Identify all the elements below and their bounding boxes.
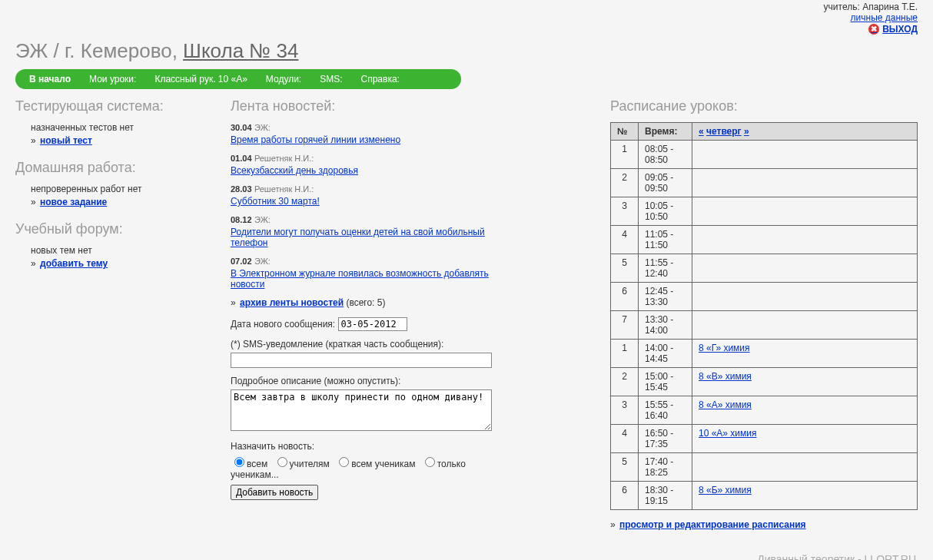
news-archive-link[interactable]: архив ленты новостей: [240, 297, 344, 308]
news-link[interactable]: В Электронном журнале появилась возможно…: [231, 268, 507, 290]
edit-schedule-link[interactable]: просмотр и редактирование расписания: [619, 519, 806, 530]
day-name-link[interactable]: четверг: [706, 126, 742, 137]
raquo-icon: »: [231, 297, 237, 308]
news-source: ЭЖ:: [254, 123, 271, 132]
cell-num: 3: [611, 197, 639, 226]
cell-num: 4: [611, 425, 639, 453]
col-time: Время:: [639, 123, 692, 141]
nav-lessons[interactable]: Мои уроки:: [89, 74, 136, 84]
logout-icon: ✖: [868, 24, 879, 35]
news-source: Решетняк Н.И.:: [254, 154, 314, 163]
col-num: №: [611, 123, 639, 141]
news-item: 07.02 ЭЖ:В Электронном журнале появилась…: [231, 256, 507, 290]
cell-num: 6: [611, 283, 639, 311]
schedule-row: 411:05 -11:50: [611, 226, 918, 254]
detail-textarea[interactable]: Всем завтра в школу принести по одном ди…: [231, 389, 492, 431]
news-date-input[interactable]: [338, 317, 407, 331]
cell-subject: [692, 283, 918, 311]
next-day-link[interactable]: »: [744, 126, 749, 137]
no-topics-text: новых тем нет: [31, 245, 208, 256]
page-title: ЭЖ / г. Кемерово, Школа № 34: [15, 39, 933, 63]
no-homework-text: непроверенных работ нет: [31, 184, 208, 194]
cell-num: 1: [611, 340, 639, 368]
nav-sms[interactable]: SMS:: [320, 74, 342, 84]
nav-home[interactable]: В начало: [29, 74, 71, 84]
cell-subject: [692, 226, 918, 254]
homework-title: Домашняя работа:: [15, 160, 208, 176]
assign-label: Назначить новость:: [231, 441, 507, 452]
personal-data-link[interactable]: личные данные: [851, 12, 918, 23]
teacher-name: Апарина Т.Е.: [862, 2, 918, 12]
subject-link[interactable]: 8 «А» химия: [699, 399, 752, 410]
radio-pupils[interactable]: [339, 457, 349, 467]
schedule-row: 612:45 -13:30: [611, 283, 918, 311]
news-archive-count: (всего: 5): [346, 297, 385, 308]
subject-link[interactable]: 8 «Г» химия: [699, 343, 750, 353]
schedule-row: 215:00 -15:458 «В» химия: [611, 368, 918, 396]
schedule-row: 517:40 -18:25: [611, 453, 918, 482]
raquo-icon: »: [31, 135, 38, 146]
nav-modules[interactable]: Модули:: [266, 74, 301, 84]
radio-pupils-label: всем ученикам: [351, 459, 415, 469]
cell-num: 3: [611, 396, 639, 425]
cell-num: 7: [611, 311, 639, 340]
news-link[interactable]: Субботник 30 марта!: [231, 196, 507, 207]
cell-time: 13:30 -14:00: [639, 311, 692, 340]
add-topic-link[interactable]: добавить тему: [40, 258, 108, 269]
schedule-row: 310:05 -10:50: [611, 197, 918, 226]
schedule-title: Расписание уроков:: [610, 98, 918, 114]
new-homework-link[interactable]: новое задание: [40, 197, 107, 207]
nav-class[interactable]: Классный рук. 10 «А»: [154, 74, 247, 84]
cell-num: 5: [611, 453, 639, 482]
no-tests-text: назначенных тестов нет: [31, 122, 208, 133]
nav-help[interactable]: Справка:: [361, 74, 400, 84]
news-link[interactable]: Всекузбасский день здоровья: [231, 165, 507, 176]
cell-num: 2: [611, 169, 639, 197]
new-test-link[interactable]: новый тест: [40, 135, 92, 146]
radio-all[interactable]: [234, 457, 244, 467]
add-news-button[interactable]: Добавить новость: [231, 485, 318, 500]
news-source: ЭЖ:: [254, 215, 271, 224]
news-date: 01.04: [231, 154, 252, 163]
cell-time: 11:05 -11:50: [639, 226, 692, 254]
footer-text: Диванный теоретик - LLORT.RU: [0, 539, 933, 560]
news-title: Лента новостей:: [231, 98, 507, 114]
radio-pupils-only[interactable]: [425, 457, 435, 467]
raquo-icon: »: [610, 519, 617, 530]
sms-label: (*) SMS-уведомление (краткая часть сообщ…: [231, 339, 507, 350]
main-nav: В начало Мои уроки: Классный рук. 10 «А»…: [15, 69, 461, 89]
cell-time: 17:40 -18:25: [639, 453, 692, 482]
cell-subject: [692, 453, 918, 482]
news-date: 30.04: [231, 123, 252, 132]
school-link[interactable]: Школа № 34: [183, 39, 298, 62]
cell-subject: [692, 141, 918, 169]
logout-link[interactable]: ✖ ВЫХОД: [868, 24, 918, 35]
radio-all-label: всем: [247, 459, 267, 469]
schedule-row: 511:55 -12:40: [611, 254, 918, 283]
detail-label: Подробное описание (можно опустить):: [231, 376, 507, 386]
cell-time: 08:05 -08:50: [639, 141, 692, 169]
sms-input[interactable]: [231, 353, 492, 368]
news-item: 08.12 ЭЖ:Родители могут получать оценки …: [231, 214, 507, 248]
cell-num: 4: [611, 226, 639, 254]
cell-time: 15:55 -16:40: [639, 396, 692, 425]
news-source: Решетняк Н.И.:: [254, 184, 314, 194]
schedule-row: 618:30 -19:158 «Б» химия: [611, 482, 918, 510]
cell-subject: [692, 311, 918, 340]
news-date: 28.03: [231, 184, 252, 194]
subject-link[interactable]: 10 «А» химия: [699, 428, 757, 439]
radio-teachers-label: учителям: [290, 459, 330, 469]
news-link[interactable]: Время работы горячей линии изменено: [231, 134, 507, 145]
subject-link[interactable]: 8 «Б» химия: [699, 485, 752, 495]
cell-num: 6: [611, 482, 639, 510]
news-link[interactable]: Родители могут получать оценки детей на …: [231, 227, 507, 248]
subject-link[interactable]: 8 «В» химия: [699, 371, 752, 382]
radio-teachers[interactable]: [277, 457, 287, 467]
news-item: 30.04 ЭЖ:Время работы горячей линии изме…: [231, 122, 507, 145]
header-prefix: ЭЖ / г. Кемерово,: [15, 39, 178, 62]
cell-subject: [692, 254, 918, 283]
cell-subject: 8 «Б» химия: [692, 482, 918, 510]
cell-time: 09:05 -09:50: [639, 169, 692, 197]
schedule-row: 315:55 -16:408 «А» химия: [611, 396, 918, 425]
prev-day-link[interactable]: «: [699, 126, 704, 137]
